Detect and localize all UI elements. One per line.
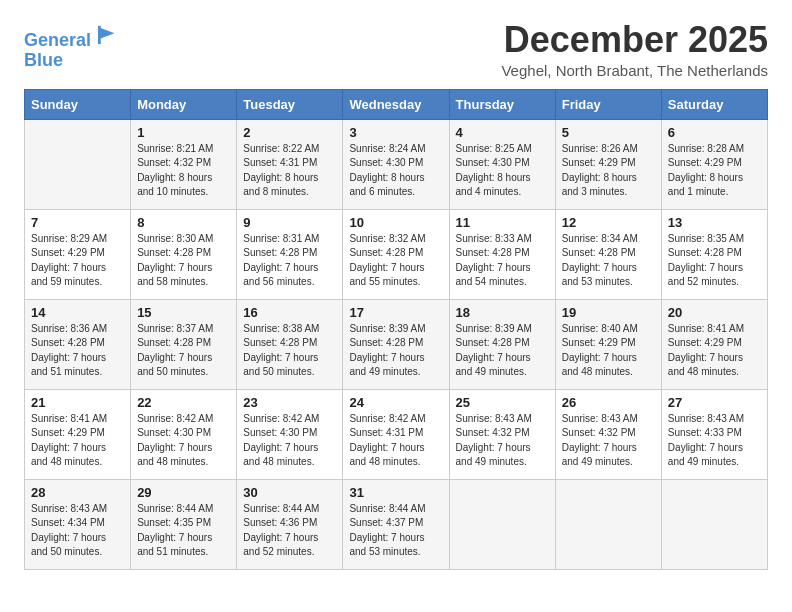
calendar-cell: 1Sunrise: 8:21 AMSunset: 4:32 PMDaylight… bbox=[131, 119, 237, 209]
day-number: 8 bbox=[137, 215, 230, 230]
svg-marker-0 bbox=[100, 28, 115, 39]
title-block: December 2025 Veghel, North Brabant, The… bbox=[501, 20, 768, 79]
calendar-cell: 5Sunrise: 8:26 AMSunset: 4:29 PMDaylight… bbox=[555, 119, 661, 209]
day-number: 7 bbox=[31, 215, 124, 230]
day-info: Sunrise: 8:36 AMSunset: 4:28 PMDaylight:… bbox=[31, 322, 124, 380]
day-info: Sunrise: 8:22 AMSunset: 4:31 PMDaylight:… bbox=[243, 142, 336, 200]
day-number: 15 bbox=[137, 305, 230, 320]
calendar-cell: 15Sunrise: 8:37 AMSunset: 4:28 PMDayligh… bbox=[131, 299, 237, 389]
day-info: Sunrise: 8:42 AMSunset: 4:30 PMDaylight:… bbox=[137, 412, 230, 470]
calendar-week-2: 7Sunrise: 8:29 AMSunset: 4:29 PMDaylight… bbox=[25, 209, 768, 299]
calendar-cell: 17Sunrise: 8:39 AMSunset: 4:28 PMDayligh… bbox=[343, 299, 449, 389]
day-info: Sunrise: 8:41 AMSunset: 4:29 PMDaylight:… bbox=[668, 322, 761, 380]
calendar-cell: 4Sunrise: 8:25 AMSunset: 4:30 PMDaylight… bbox=[449, 119, 555, 209]
day-number: 4 bbox=[456, 125, 549, 140]
column-header-tuesday: Tuesday bbox=[237, 89, 343, 119]
calendar-cell: 24Sunrise: 8:42 AMSunset: 4:31 PMDayligh… bbox=[343, 389, 449, 479]
day-info: Sunrise: 8:44 AMSunset: 4:35 PMDaylight:… bbox=[137, 502, 230, 560]
day-info: Sunrise: 8:42 AMSunset: 4:30 PMDaylight:… bbox=[243, 412, 336, 470]
day-info: Sunrise: 8:26 AMSunset: 4:29 PMDaylight:… bbox=[562, 142, 655, 200]
calendar-week-4: 21Sunrise: 8:41 AMSunset: 4:29 PMDayligh… bbox=[25, 389, 768, 479]
calendar-cell: 14Sunrise: 8:36 AMSunset: 4:28 PMDayligh… bbox=[25, 299, 131, 389]
day-number: 27 bbox=[668, 395, 761, 410]
calendar-cell: 13Sunrise: 8:35 AMSunset: 4:28 PMDayligh… bbox=[661, 209, 767, 299]
day-info: Sunrise: 8:43 AMSunset: 4:33 PMDaylight:… bbox=[668, 412, 761, 470]
day-number: 13 bbox=[668, 215, 761, 230]
day-info: Sunrise: 8:21 AMSunset: 4:32 PMDaylight:… bbox=[137, 142, 230, 200]
day-number: 1 bbox=[137, 125, 230, 140]
day-number: 30 bbox=[243, 485, 336, 500]
calendar-cell: 21Sunrise: 8:41 AMSunset: 4:29 PMDayligh… bbox=[25, 389, 131, 479]
calendar-cell: 11Sunrise: 8:33 AMSunset: 4:28 PMDayligh… bbox=[449, 209, 555, 299]
calendar-cell: 23Sunrise: 8:42 AMSunset: 4:30 PMDayligh… bbox=[237, 389, 343, 479]
day-info: Sunrise: 8:33 AMSunset: 4:28 PMDaylight:… bbox=[456, 232, 549, 290]
calendar-cell: 26Sunrise: 8:43 AMSunset: 4:32 PMDayligh… bbox=[555, 389, 661, 479]
calendar-cell: 16Sunrise: 8:38 AMSunset: 4:28 PMDayligh… bbox=[237, 299, 343, 389]
calendar-cell bbox=[555, 479, 661, 569]
calendar-cell: 19Sunrise: 8:40 AMSunset: 4:29 PMDayligh… bbox=[555, 299, 661, 389]
day-number: 17 bbox=[349, 305, 442, 320]
day-info: Sunrise: 8:43 AMSunset: 4:32 PMDaylight:… bbox=[456, 412, 549, 470]
day-number: 24 bbox=[349, 395, 442, 410]
column-header-thursday: Thursday bbox=[449, 89, 555, 119]
calendar-cell: 12Sunrise: 8:34 AMSunset: 4:28 PMDayligh… bbox=[555, 209, 661, 299]
day-number: 25 bbox=[456, 395, 549, 410]
calendar-week-5: 28Sunrise: 8:43 AMSunset: 4:34 PMDayligh… bbox=[25, 479, 768, 569]
calendar-cell: 25Sunrise: 8:43 AMSunset: 4:32 PMDayligh… bbox=[449, 389, 555, 479]
calendar-cell: 8Sunrise: 8:30 AMSunset: 4:28 PMDaylight… bbox=[131, 209, 237, 299]
day-number: 14 bbox=[31, 305, 124, 320]
calendar-cell bbox=[661, 479, 767, 569]
day-info: Sunrise: 8:34 AMSunset: 4:28 PMDaylight:… bbox=[562, 232, 655, 290]
day-number: 10 bbox=[349, 215, 442, 230]
day-number: 9 bbox=[243, 215, 336, 230]
column-header-wednesday: Wednesday bbox=[343, 89, 449, 119]
day-info: Sunrise: 8:40 AMSunset: 4:29 PMDaylight:… bbox=[562, 322, 655, 380]
calendar-cell: 6Sunrise: 8:28 AMSunset: 4:29 PMDaylight… bbox=[661, 119, 767, 209]
month-title: December 2025 bbox=[501, 20, 768, 60]
day-number: 21 bbox=[31, 395, 124, 410]
day-number: 5 bbox=[562, 125, 655, 140]
day-info: Sunrise: 8:31 AMSunset: 4:28 PMDaylight:… bbox=[243, 232, 336, 290]
day-number: 11 bbox=[456, 215, 549, 230]
day-number: 2 bbox=[243, 125, 336, 140]
day-info: Sunrise: 8:43 AMSunset: 4:34 PMDaylight:… bbox=[31, 502, 124, 560]
calendar-cell: 3Sunrise: 8:24 AMSunset: 4:30 PMDaylight… bbox=[343, 119, 449, 209]
calendar-cell: 27Sunrise: 8:43 AMSunset: 4:33 PMDayligh… bbox=[661, 389, 767, 479]
day-info: Sunrise: 8:44 AMSunset: 4:36 PMDaylight:… bbox=[243, 502, 336, 560]
day-number: 26 bbox=[562, 395, 655, 410]
day-number: 6 bbox=[668, 125, 761, 140]
day-number: 18 bbox=[456, 305, 549, 320]
calendar-cell: 22Sunrise: 8:42 AMSunset: 4:30 PMDayligh… bbox=[131, 389, 237, 479]
column-header-sunday: Sunday bbox=[25, 89, 131, 119]
day-info: Sunrise: 8:37 AMSunset: 4:28 PMDaylight:… bbox=[137, 322, 230, 380]
day-info: Sunrise: 8:24 AMSunset: 4:30 PMDaylight:… bbox=[349, 142, 442, 200]
day-number: 22 bbox=[137, 395, 230, 410]
day-info: Sunrise: 8:44 AMSunset: 4:37 PMDaylight:… bbox=[349, 502, 442, 560]
day-info: Sunrise: 8:39 AMSunset: 4:28 PMDaylight:… bbox=[349, 322, 442, 380]
day-info: Sunrise: 8:43 AMSunset: 4:32 PMDaylight:… bbox=[562, 412, 655, 470]
day-info: Sunrise: 8:38 AMSunset: 4:28 PMDaylight:… bbox=[243, 322, 336, 380]
day-number: 3 bbox=[349, 125, 442, 140]
logo-flag-icon bbox=[98, 24, 120, 46]
logo: General Blue bbox=[24, 24, 120, 71]
column-header-monday: Monday bbox=[131, 89, 237, 119]
calendar-cell: 7Sunrise: 8:29 AMSunset: 4:29 PMDaylight… bbox=[25, 209, 131, 299]
day-info: Sunrise: 8:42 AMSunset: 4:31 PMDaylight:… bbox=[349, 412, 442, 470]
day-number: 23 bbox=[243, 395, 336, 410]
day-number: 20 bbox=[668, 305, 761, 320]
calendar-cell: 28Sunrise: 8:43 AMSunset: 4:34 PMDayligh… bbox=[25, 479, 131, 569]
calendar-table: SundayMondayTuesdayWednesdayThursdayFrid… bbox=[24, 89, 768, 570]
day-info: Sunrise: 8:32 AMSunset: 4:28 PMDaylight:… bbox=[349, 232, 442, 290]
calendar-cell: 31Sunrise: 8:44 AMSunset: 4:37 PMDayligh… bbox=[343, 479, 449, 569]
calendar-cell: 20Sunrise: 8:41 AMSunset: 4:29 PMDayligh… bbox=[661, 299, 767, 389]
svg-rect-1 bbox=[98, 26, 101, 44]
day-info: Sunrise: 8:29 AMSunset: 4:29 PMDaylight:… bbox=[31, 232, 124, 290]
logo-line1: General bbox=[24, 30, 91, 50]
calendar-week-3: 14Sunrise: 8:36 AMSunset: 4:28 PMDayligh… bbox=[25, 299, 768, 389]
calendar-cell: 30Sunrise: 8:44 AMSunset: 4:36 PMDayligh… bbox=[237, 479, 343, 569]
day-info: Sunrise: 8:28 AMSunset: 4:29 PMDaylight:… bbox=[668, 142, 761, 200]
day-info: Sunrise: 8:30 AMSunset: 4:28 PMDaylight:… bbox=[137, 232, 230, 290]
day-info: Sunrise: 8:41 AMSunset: 4:29 PMDaylight:… bbox=[31, 412, 124, 470]
day-number: 28 bbox=[31, 485, 124, 500]
page-header: General Blue December 2025 Veghel, North… bbox=[24, 20, 768, 79]
